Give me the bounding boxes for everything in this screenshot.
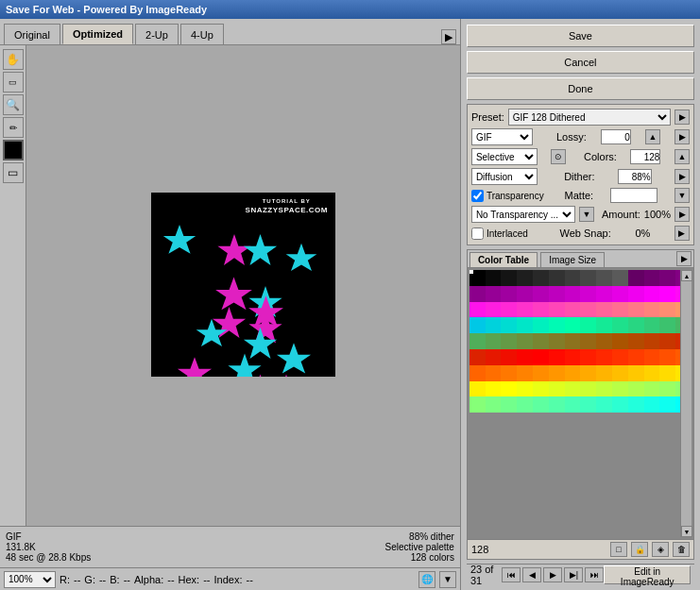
color-cell[interactable] <box>517 317 533 333</box>
color-cell[interactable] <box>565 286 581 302</box>
ct-web-btn[interactable]: ◈ <box>652 542 669 557</box>
zoom-tool[interactable]: 🔍 <box>3 94 24 115</box>
matte-select[interactable]: ▼ <box>674 188 690 203</box>
color-cell[interactable] <box>533 381 549 397</box>
preview-icon[interactable]: 🌐 <box>418 571 435 588</box>
color-cell[interactable] <box>596 365 612 381</box>
color-cell[interactable] <box>501 349 517 365</box>
color-cell[interactable] <box>659 270 675 286</box>
ct-lock-btn[interactable]: 🔒 <box>631 542 648 557</box>
color-cell[interactable] <box>486 333 502 349</box>
tab-optimized[interactable]: Optimized <box>62 24 133 44</box>
color-cell[interactable] <box>470 396 486 413</box>
interlaced-checkbox[interactable] <box>471 228 484 240</box>
color-cell[interactable] <box>580 333 596 349</box>
color-cell[interactable] <box>659 349 675 365</box>
colors-input[interactable] <box>630 149 660 164</box>
color-cell[interactable] <box>517 302 533 318</box>
interlaced-label[interactable]: Interlaced <box>471 228 528 240</box>
color-cell[interactable] <box>644 349 660 365</box>
color-cell[interactable] <box>470 302 486 318</box>
color-cell[interactable] <box>565 396 581 413</box>
color-cell[interactable] <box>533 349 549 365</box>
color-cell[interactable] <box>501 381 517 397</box>
color-cell[interactable] <box>596 381 612 397</box>
color-cell[interactable] <box>612 270 628 286</box>
selective-select[interactable]: Selective <box>471 148 538 165</box>
color-cell[interactable] <box>644 270 660 286</box>
color-cell[interactable] <box>612 333 628 349</box>
dither-menu[interactable]: ▶ <box>674 169 690 184</box>
color-cell[interactable] <box>596 396 612 413</box>
scroll-down-btn[interactable]: ▼ <box>681 526 692 537</box>
tab-2up[interactable]: 2-Up <box>135 24 179 44</box>
color-cell[interactable] <box>596 333 612 349</box>
color-cell[interactable] <box>549 381 565 397</box>
color-cell[interactable] <box>486 286 502 302</box>
color-cell[interactable] <box>565 349 581 365</box>
color-table-menu-btn[interactable]: ▶ <box>676 251 691 266</box>
color-cell[interactable] <box>533 270 549 286</box>
color-cell[interactable] <box>517 349 533 365</box>
lossy-menu[interactable]: ▶ <box>674 129 690 144</box>
color-cell[interactable] <box>486 396 502 413</box>
color-cell[interactable] <box>644 317 660 333</box>
transparency-label[interactable]: Transparency <box>471 190 544 202</box>
colors-up[interactable]: ▲ <box>674 149 690 164</box>
diffusion-select[interactable]: Diffusion <box>471 168 538 185</box>
color-cell[interactable] <box>596 302 612 318</box>
tab-original[interactable]: Original <box>4 24 60 44</box>
nav-first[interactable]: ⏮ <box>502 567 521 582</box>
color-cell[interactable] <box>565 333 581 349</box>
zoom-select[interactable]: 100% <box>4 571 56 588</box>
color-cell[interactable] <box>659 396 675 413</box>
color-cell[interactable] <box>501 365 517 381</box>
color-cell[interactable] <box>501 286 517 302</box>
color-cell[interactable] <box>659 365 675 381</box>
color-cell[interactable] <box>612 302 628 318</box>
preset-menu-btn[interactable]: ▶ <box>674 110 690 125</box>
lossy-input[interactable] <box>601 129 631 144</box>
color-cell[interactable] <box>549 349 565 365</box>
color-cell[interactable] <box>644 302 660 318</box>
color-cell[interactable] <box>580 270 596 286</box>
color-cell[interactable] <box>517 286 533 302</box>
color-cell[interactable] <box>612 365 628 381</box>
color-cell[interactable] <box>470 333 486 349</box>
color-cell[interactable] <box>612 396 628 413</box>
amount-menu[interactable]: ▶ <box>674 207 690 222</box>
color-cell[interactable] <box>612 286 628 302</box>
color-cell[interactable] <box>470 381 486 397</box>
color-cell[interactable] <box>486 365 502 381</box>
scroll-up-btn[interactable]: ▲ <box>681 270 692 281</box>
color-cell[interactable] <box>659 286 675 302</box>
color-cell[interactable] <box>486 349 502 365</box>
monitor-tool[interactable]: ▭ <box>3 162 24 183</box>
web-snap-menu[interactable]: ▶ <box>674 226 690 241</box>
color-cell[interactable] <box>580 286 596 302</box>
transparency-checkbox[interactable] <box>471 190 484 202</box>
ct-delete-btn[interactable]: 🗑 <box>673 542 690 557</box>
color-cell[interactable] <box>596 286 612 302</box>
color-cell[interactable] <box>580 317 596 333</box>
color-cell[interactable] <box>470 365 486 381</box>
color-cell[interactable] <box>644 381 660 397</box>
format-select[interactable]: GIF <box>471 128 533 145</box>
color-cell[interactable] <box>549 365 565 381</box>
color-cell[interactable] <box>644 333 660 349</box>
color-cell[interactable] <box>659 317 675 333</box>
color-cell[interactable] <box>644 286 660 302</box>
color-grid-scrollbar[interactable]: ▲ ▼ <box>680 270 691 537</box>
color-cell[interactable] <box>580 396 596 413</box>
color-cell[interactable] <box>533 396 549 413</box>
color-cell[interactable] <box>533 317 549 333</box>
cancel-button[interactable]: Cancel <box>467 51 694 74</box>
nav-next[interactable]: ▶| <box>564 567 583 582</box>
no-transparency-menu[interactable]: ▼ <box>579 207 594 222</box>
tab-color-table[interactable]: Color Table <box>470 252 538 267</box>
done-button[interactable]: Done <box>467 77 694 100</box>
color-swatch[interactable] <box>3 140 24 160</box>
color-cell[interactable] <box>644 396 660 413</box>
color-cell[interactable] <box>549 302 565 318</box>
color-cell[interactable] <box>533 286 549 302</box>
